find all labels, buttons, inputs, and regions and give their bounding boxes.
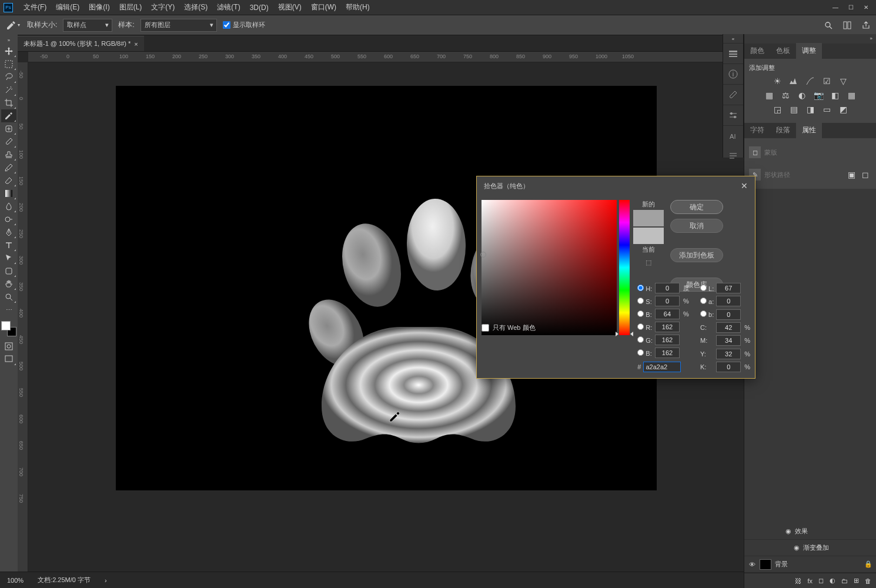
layer-fx-icon[interactable]: fx <box>807 577 813 584</box>
new-adjustment-icon[interactable]: ◐ <box>830 577 835 584</box>
char-panel-icon[interactable]: A <box>723 126 743 146</box>
zoom-level[interactable]: 100% <box>7 577 24 584</box>
move-tool[interactable] <box>1 45 16 58</box>
colorlookup-icon[interactable]: ▦ <box>845 90 857 101</box>
color-picker-titlebar[interactable]: 拾色器（纯色） ✕ <box>477 176 755 195</box>
para-panel-icon[interactable] <box>723 146 743 166</box>
type-tool[interactable] <box>1 239 16 252</box>
b-input[interactable] <box>655 348 680 358</box>
toolbar-collapse[interactable]: » <box>1 36 16 44</box>
tab-character[interactable]: 字符 <box>744 122 770 138</box>
blur-tool[interactable] <box>1 200 16 213</box>
dodge-tool[interactable] <box>1 213 16 226</box>
search-icon[interactable] <box>823 20 834 31</box>
dock-collapse[interactable]: « <box>725 36 741 42</box>
info-panel-icon[interactable]: i <box>723 64 743 84</box>
screenmode-tool[interactable] <box>1 353 16 366</box>
layer-effects[interactable]: ◉ 效果 <box>744 523 876 540</box>
h-radio[interactable] <box>637 285 644 291</box>
a-radio[interactable] <box>700 298 707 304</box>
statusbar-arrow-icon[interactable]: › <box>105 577 107 584</box>
hex-input[interactable] <box>643 362 681 372</box>
path-select-tool[interactable] <box>1 252 16 265</box>
adjust-panel-icon[interactable] <box>723 105 743 125</box>
sample-layers-select[interactable]: 所有图层 <box>141 19 217 32</box>
bl-radio[interactable] <box>637 349 644 356</box>
show-sample-ring-checkbox[interactable] <box>223 21 230 29</box>
c-input[interactable] <box>716 322 741 333</box>
maximize-button[interactable]: ☐ <box>843 2 858 14</box>
bw-icon[interactable]: ◐ <box>796 90 808 101</box>
foreground-color[interactable] <box>1 321 11 330</box>
new-layer-icon[interactable]: ⊞ <box>854 577 859 584</box>
brush-panel-icon[interactable] <box>723 85 743 105</box>
photofilter-icon[interactable]: 📷 <box>813 90 824 101</box>
ok-button[interactable]: 确定 <box>670 200 723 214</box>
delete-layer-icon[interactable]: 🗑 <box>865 577 871 584</box>
layer-background[interactable]: 👁 背景 🔒 <box>744 556 876 573</box>
shape-select-icon[interactable]: ▣ <box>845 169 857 180</box>
menu-select[interactable]: 选择(S) <box>179 0 212 15</box>
g-radio[interactable] <box>637 336 644 343</box>
exposure-icon[interactable]: ☑ <box>821 76 832 86</box>
bb-radio[interactable] <box>700 310 707 317</box>
threshold-icon[interactable]: ◨ <box>804 104 816 115</box>
share-icon[interactable] <box>861 20 871 31</box>
history-panel-icon[interactable] <box>723 44 743 64</box>
crop-tool[interactable] <box>1 96 16 109</box>
l-radio[interactable] <box>700 285 707 291</box>
curves-icon[interactable] <box>804 76 816 86</box>
s-input[interactable] <box>655 296 680 306</box>
menu-help[interactable]: 帮助(H) <box>341 0 375 15</box>
r-radio[interactable] <box>637 323 644 330</box>
spot-heal-tool[interactable] <box>1 122 16 135</box>
menu-filter[interactable]: 滤镜(T) <box>212 0 245 15</box>
eraser-tool[interactable] <box>1 174 16 187</box>
menu-window[interactable]: 窗口(W) <box>306 0 341 15</box>
tab-adjustments[interactable]: 调整 <box>796 43 822 59</box>
h-input[interactable] <box>655 283 680 293</box>
s-radio[interactable] <box>637 298 644 304</box>
panels-collapse[interactable]: » <box>867 34 876 42</box>
gradient-tool[interactable] <box>1 187 16 200</box>
menu-edit[interactable]: 编辑(E) <box>51 0 84 15</box>
menu-layer[interactable]: 图层(L) <box>115 0 147 15</box>
eyedropper-tool-icon[interactable]: ▾ <box>5 18 21 32</box>
tab-color[interactable]: 颜色 <box>744 43 770 59</box>
quickmask-tool[interactable] <box>1 340 16 353</box>
menu-view[interactable]: 视图(V) <box>273 0 306 15</box>
color-field-cursor[interactable] <box>480 252 486 258</box>
tab-paragraph[interactable]: 段落 <box>770 122 796 138</box>
gradientmap-icon[interactable]: ▭ <box>821 104 832 115</box>
bb-input[interactable] <box>716 309 741 320</box>
y-input[interactable] <box>716 349 741 359</box>
color-swatch[interactable] <box>1 321 16 336</box>
zoom-tool[interactable] <box>1 290 16 303</box>
menu-file[interactable]: 文件(F) <box>19 0 51 15</box>
pen-tool[interactable] <box>1 226 16 239</box>
eyedropper-tool[interactable] <box>1 109 16 122</box>
hand-tool[interactable] <box>1 278 16 290</box>
close-button[interactable]: ✕ <box>858 2 874 14</box>
shape-mask-icon[interactable]: ◻ <box>860 169 871 180</box>
cancel-button[interactable]: 取消 <box>670 219 723 233</box>
marquee-tool[interactable] <box>1 58 16 71</box>
invert-icon[interactable]: ◲ <box>771 104 783 115</box>
document-tab[interactable]: 未标题-1 @ 100% (形状 1, RGB/8#) * × <box>18 36 144 51</box>
stamp-tool[interactable] <box>1 148 16 161</box>
ruler-vertical[interactable]: -500501001502002503003504004505005506006… <box>18 62 28 572</box>
magic-wand-tool[interactable] <box>1 83 16 96</box>
show-sample-ring-check[interactable]: 显示取样环 <box>223 21 265 29</box>
edit-toolbar[interactable]: ⋯ <box>1 303 16 316</box>
selectivecolor-icon[interactable]: ◩ <box>837 104 849 115</box>
l-input[interactable] <box>716 283 741 293</box>
g-input[interactable] <box>655 335 680 345</box>
menu-image[interactable]: 图像(I) <box>84 0 114 15</box>
colorbalance-icon[interactable]: ⚖ <box>780 90 791 101</box>
hue-icon[interactable]: ▦ <box>763 90 775 101</box>
web-only-check[interactable]: 只有 Web 颜色 <box>482 283 536 372</box>
bv-input[interactable] <box>655 309 680 319</box>
channelmixer-icon[interactable]: ◧ <box>829 90 841 101</box>
a-input[interactable] <box>716 296 741 306</box>
web-only-checkbox[interactable] <box>482 324 489 332</box>
